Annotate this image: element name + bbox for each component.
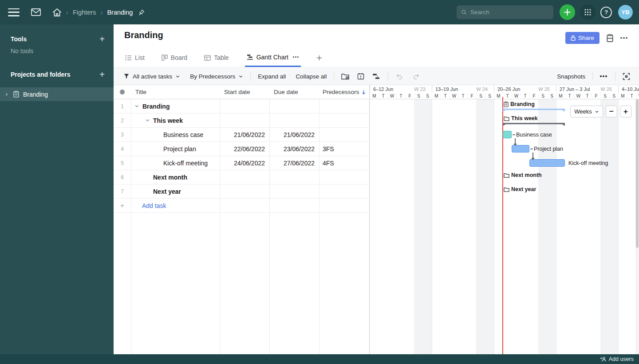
fullscreen-icon[interactable] xyxy=(623,73,630,80)
gantt-group-label[interactable]: This week xyxy=(504,115,538,121)
breadcrumb-item-branding[interactable]: Branding xyxy=(107,9,133,16)
add-users-button[interactable]: Add users xyxy=(600,356,634,362)
dependency-arrow xyxy=(515,138,516,144)
tab-list[interactable]: List xyxy=(124,48,146,67)
table-row[interactable]: 5Kick-off meeting24/06/202227/06/20224FS xyxy=(114,156,369,170)
table-row[interactable]: 1Branding xyxy=(114,99,369,114)
table-row[interactable]: 4Project plan22/06/202223/06/20223FS xyxy=(114,142,369,156)
timeline-day-label: S xyxy=(414,93,423,99)
timeline-day-label: S xyxy=(423,93,432,99)
row-chevron-icon[interactable] xyxy=(145,118,150,123)
no-tools-label: No tools xyxy=(0,46,114,56)
sidebar-item-branding[interactable]: Branding xyxy=(0,87,114,101)
timeline-day-label: S xyxy=(538,93,547,99)
more-options-icon[interactable] xyxy=(620,34,628,42)
add-folder-icon[interactable] xyxy=(341,73,349,80)
task-due-date[interactable]: 23/06/2022 xyxy=(269,145,319,153)
task-due-date[interactable]: 21/06/2022 xyxy=(269,131,319,138)
tab-gantt-chart[interactable]: Gantt Chart xyxy=(245,48,301,67)
tab-board[interactable]: Board xyxy=(161,48,188,67)
create-button[interactable] xyxy=(560,4,575,20)
task-title[interactable]: Branding xyxy=(142,103,170,110)
expand-all-button[interactable]: Expand all xyxy=(258,73,286,80)
group-by-button[interactable]: By Predecessors xyxy=(190,73,243,80)
vertical-scrollbar[interactable] xyxy=(635,99,639,354)
home-icon[interactable] xyxy=(52,8,62,17)
tab-options-icon[interactable] xyxy=(293,53,300,61)
timeline-week-label: 20–26 JunW 25 xyxy=(494,85,556,93)
task-title[interactable]: Business case xyxy=(163,131,203,138)
undo-icon[interactable] xyxy=(395,73,403,80)
gantt-group-label[interactable]: Next month xyxy=(504,172,542,178)
task-title[interactable]: Project plan xyxy=(163,145,196,153)
add-task-plus-icon[interactable]: + xyxy=(114,202,131,210)
add-view-button[interactable] xyxy=(314,48,324,67)
search-box[interactable] xyxy=(457,5,553,19)
pin-icon[interactable] xyxy=(138,9,145,16)
weekend-shading xyxy=(414,99,432,354)
task-start-date[interactable]: 24/06/2022 xyxy=(220,160,269,167)
filter-button[interactable]: All active tasks xyxy=(123,73,180,80)
zoom-out-button[interactable]: − xyxy=(606,106,617,117)
lock-icon xyxy=(571,35,576,41)
calendar-alert-icon[interactable] xyxy=(357,73,364,80)
convert-subtask-icon[interactable] xyxy=(372,73,380,80)
apps-grid-icon[interactable] xyxy=(580,4,596,20)
toolbar-more-icon[interactable] xyxy=(600,72,608,80)
scrollbar-thumb[interactable] xyxy=(636,99,639,248)
redo-icon[interactable] xyxy=(413,73,420,80)
add-project-button[interactable]: + xyxy=(99,70,105,79)
clipboard-icon[interactable] xyxy=(607,34,613,42)
timeline-day-label: F xyxy=(405,93,414,99)
dependency-arrowhead xyxy=(513,144,517,146)
column-title[interactable]: Title xyxy=(131,89,220,95)
add-task-link[interactable]: Add task xyxy=(131,202,166,209)
breadcrumb-item-fighters[interactable]: Fighters xyxy=(73,9,96,16)
gantt-body: BrandingThis weekBusiness caseProject pl… xyxy=(370,99,639,354)
search-input[interactable] xyxy=(470,9,549,16)
zoom-scale-select[interactable]: Weeks xyxy=(570,106,603,117)
task-predecessors[interactable]: 4FS xyxy=(319,160,369,167)
gantt-task-bar[interactable] xyxy=(529,159,565,167)
task-start-date[interactable]: 22/06/2022 xyxy=(220,145,269,153)
help-icon[interactable]: ? xyxy=(600,7,612,18)
avatar[interactable]: YB xyxy=(618,5,633,20)
table-row[interactable]: 7Next year xyxy=(114,184,369,199)
table-row[interactable]: 6Next month xyxy=(114,170,369,184)
timeline-day-label: T xyxy=(441,93,450,99)
task-due-date[interactable]: 27/06/2022 xyxy=(269,160,319,167)
settings-gear-icon[interactable] xyxy=(114,89,131,95)
snapshots-button[interactable]: Snapshots xyxy=(557,73,585,80)
column-due-date[interactable]: Due date xyxy=(269,89,319,95)
zoom-in-button[interactable]: + xyxy=(620,106,631,117)
task-title[interactable]: Kick-off meeting xyxy=(163,160,208,167)
collapse-all-button[interactable]: Collapse all xyxy=(296,73,327,80)
weekend-shading xyxy=(476,99,494,354)
task-title[interactable]: Next year xyxy=(153,188,181,195)
gantt-group-label[interactable]: Next year xyxy=(504,186,536,192)
projects-header: Projects and folders xyxy=(11,71,71,78)
share-button[interactable]: Share xyxy=(565,32,600,44)
tools-header: Tools xyxy=(11,35,27,43)
gantt-task-bar[interactable] xyxy=(503,131,512,138)
task-title[interactable]: Next month xyxy=(153,174,187,181)
row-number: 7 xyxy=(114,188,131,195)
column-start-date[interactable]: Start date xyxy=(220,89,269,95)
add-tool-button[interactable]: + xyxy=(99,35,105,43)
gantt-task-bar[interactable] xyxy=(512,145,529,153)
menu-icon[interactable] xyxy=(8,8,20,16)
inbox-icon[interactable] xyxy=(31,8,41,16)
table-row[interactable]: 3Business case21/06/202221/06/2022 xyxy=(114,128,369,142)
timeline-day-label: S xyxy=(609,93,618,99)
task-start-date[interactable]: 21/06/2022 xyxy=(220,131,269,138)
task-title[interactable]: This week xyxy=(153,117,183,124)
row-chevron-icon[interactable] xyxy=(134,104,139,109)
chevron-right-icon[interactable] xyxy=(4,92,9,97)
board-icon xyxy=(162,55,168,61)
table-row[interactable]: 2This week xyxy=(114,114,369,128)
timeline-day-label: T xyxy=(565,93,574,99)
column-predecessors[interactable]: Predecessors xyxy=(319,89,369,95)
gantt-group-label[interactable]: Branding xyxy=(504,101,535,107)
tab-table[interactable]: Table xyxy=(203,48,229,67)
task-predecessors[interactable]: 3FS xyxy=(319,145,369,153)
